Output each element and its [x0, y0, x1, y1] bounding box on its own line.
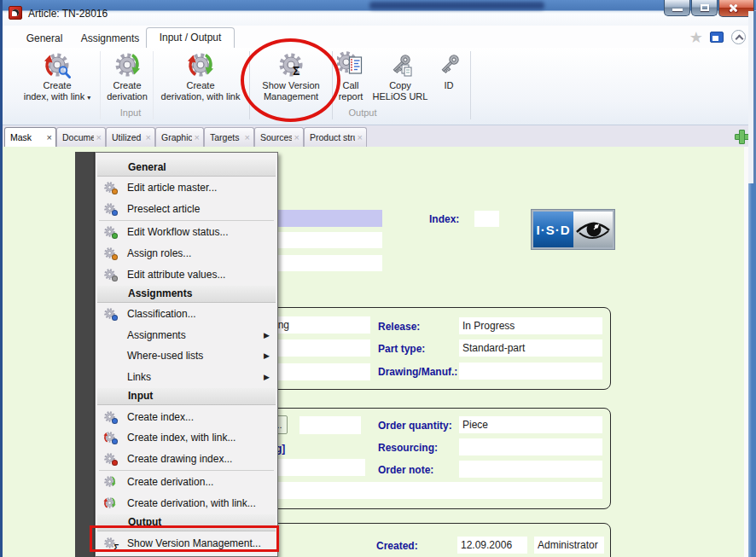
window-right-border [748, 11, 756, 183]
tab-close-icon[interactable]: × [96, 132, 102, 142]
gear-green-arrow-icon [102, 51, 153, 80]
ribbon-button-id[interactable]: ID [433, 49, 465, 119]
tab-close-icon[interactable]: × [245, 132, 250, 142]
menu-item-classification[interactable]: Classification... [96, 304, 277, 325]
release-field[interactable] [459, 317, 602, 334]
isd-logo: I·S·D [532, 210, 614, 249]
menu-separator [99, 220, 274, 221]
favorite-star-icon[interactable]: ★ [689, 28, 703, 47]
gear-drawing-index-icon [103, 452, 118, 466]
gear-index-icon [103, 410, 118, 424]
menu-item-create-derivation[interactable]: Create derivation... [96, 472, 277, 493]
gear-derivation-icon [103, 475, 118, 489]
index-field[interactable] [474, 211, 499, 227]
tab-close-icon[interactable]: × [358, 132, 363, 142]
gear-index-link-icon [103, 431, 118, 444]
maximize-icon [701, 4, 709, 11]
ribbon-button-show-version-management[interactable]: Σ Show Version Management [252, 49, 330, 119]
doc-tab-documents[interactable]: Documents× [56, 127, 106, 147]
menu-item-edit-article-master[interactable]: Edit article master... [96, 177, 277, 199]
doc-tab-targets[interactable]: Targets× [204, 127, 254, 147]
menu-shadow-column [75, 152, 95, 557]
isd-eye-icon [573, 212, 613, 247]
menu-header-output: Output [97, 514, 276, 531]
part-type-label: Part type: [378, 343, 425, 355]
ribbon-tab-general[interactable]: General [16, 30, 73, 48]
resourcing-label: Resourcing: [378, 442, 438, 454]
submenu-arrow-icon: ▶ [264, 373, 270, 381]
gear-attributes-icon [103, 268, 118, 281]
resourcing-field[interactable] [459, 438, 602, 455]
vertical-scrollbar[interactable] [748, 183, 756, 557]
order-quantity-label: Order quantity: [378, 420, 452, 432]
context-menu: General Edit article master... Preselect… [95, 152, 278, 557]
menu-item-cut-off[interactable] [96, 554, 277, 557]
tab-close-icon[interactable]: × [47, 132, 52, 142]
order-note-label: Order note: [378, 464, 433, 476]
key-icon [433, 51, 465, 80]
menu-header-input: Input [97, 388, 276, 405]
menu-item-edit-workflow-status[interactable]: Edit Workflow status... [96, 222, 277, 243]
collapse-ribbon-chevron-icon[interactable] [731, 30, 746, 44]
app-icon [9, 6, 22, 20]
gear-workflow-icon [103, 225, 118, 239]
gear-red-arrow-magnifier-icon [15, 51, 100, 80]
svg-text:Σ: Σ [293, 64, 299, 78]
menu-item-preselect-article[interactable]: Preselect article [96, 199, 277, 220]
gear-report-icon [334, 51, 368, 80]
window-panel-icon[interactable] [710, 32, 724, 43]
minimize-button[interactable] [664, 0, 690, 16]
menu-item-create-drawing-index[interactable]: Create drawing index... [96, 449, 277, 470]
gear-role-icon [103, 247, 118, 260]
menu-item-links[interactable]: Links ▶ [96, 367, 277, 388]
gear-sigma-icon: Σ [252, 51, 330, 80]
index-label: Index: [429, 213, 459, 225]
doc-tab-utilized-items[interactable]: Utilized items× [106, 127, 155, 147]
submenu-arrow-icon: ▶ [264, 331, 270, 339]
doc-tab-product-structure[interactable]: Product structure× [304, 127, 367, 147]
add-tab-plus-icon[interactable] [733, 128, 749, 144]
part-type-field[interactable] [459, 339, 602, 357]
title-bar: Article: TN-28016 [3, 0, 756, 26]
menu-header-assignments: Assignments [97, 286, 276, 303]
menu-item-create-index-with-link[interactable]: Create index, with link... [96, 427, 277, 449]
group-separator [470, 51, 471, 119]
gear-blue-icon [103, 202, 118, 216]
menu-item-edit-attribute-values[interactable]: Edit attribute values... [96, 264, 277, 285]
gear-green-red-arrows-icon [154, 51, 247, 80]
weight-field[interactable] [299, 416, 361, 434]
created-user-field[interactable] [534, 537, 604, 554]
created-label: Created: [376, 540, 418, 552]
created-date-field[interactable] [457, 537, 527, 554]
tab-close-icon[interactable]: × [195, 132, 200, 142]
window-title: Article: TN-28016 [28, 8, 108, 20]
menu-item-where-used-lists[interactable]: Where-used lists ▶ [96, 345, 277, 367]
menu-item-show-version-management[interactable]: Σ Show Version Management... [96, 532, 277, 554]
drawing-manuf-field[interactable] [459, 363, 602, 380]
ribbon-tab-assignments[interactable]: Assignments [76, 30, 144, 48]
order-wide-field[interactable] [231, 482, 602, 499]
menu-item-assignments[interactable]: Assignments ▶ [96, 325, 277, 346]
ribbon-tab-input-output[interactable]: Input / Output [146, 27, 235, 48]
ribbon: Create index, with link ▾ Create derivat… [3, 48, 756, 125]
menu-separator [99, 470, 274, 471]
tab-close-icon[interactable]: × [146, 132, 151, 142]
maximize-button[interactable] [691, 0, 718, 16]
menu-header-general: General [97, 160, 276, 177]
order-quantity-field[interactable] [459, 416, 602, 433]
menu-item-create-index[interactable]: Create index... [96, 406, 277, 427]
gear-classification-icon [103, 307, 118, 321]
gear-sigma-icon: Σ [103, 537, 118, 550]
doc-tab-mask[interactable]: Mask× [4, 127, 56, 147]
order-note-field[interactable] [459, 461, 602, 478]
menu-item-create-derivation-with-link[interactable]: Create derivation, with link... [96, 493, 277, 514]
drawing-manuf-label: Drawing/Manuf.: [378, 366, 457, 378]
tab-close-icon[interactable]: × [294, 132, 299, 142]
doc-tab-graphic[interactable]: Graphic× [155, 127, 204, 147]
isd-logo-text: I·S·D [533, 212, 573, 247]
gear-pencil-icon [103, 181, 118, 194]
menu-item-assign-roles[interactable]: Assign roles... [96, 243, 277, 264]
ribbon-group-label-input: Input [15, 107, 247, 118]
doc-tab-sources[interactable]: Sources× [254, 127, 304, 147]
parent-window-title-blur [369, 2, 544, 9]
